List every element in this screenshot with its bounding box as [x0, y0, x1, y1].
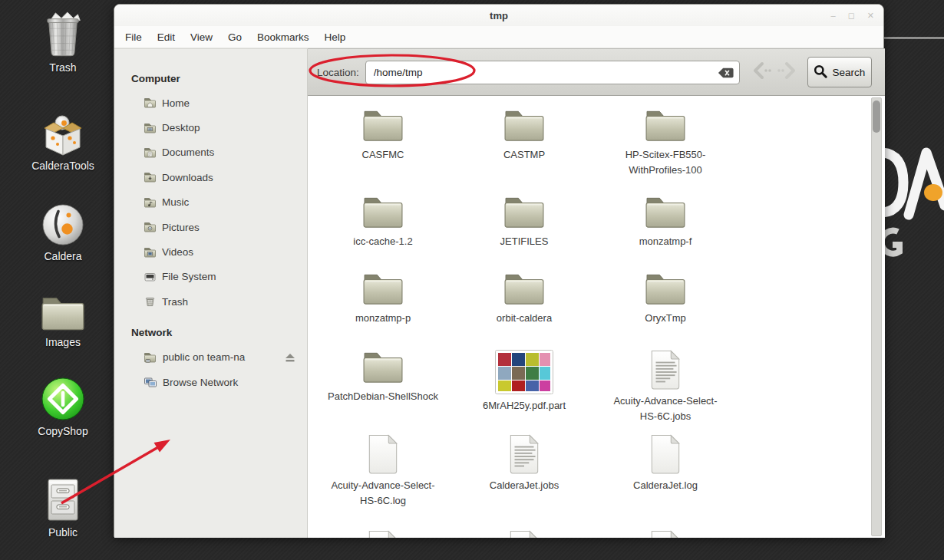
location-input[interactable]	[365, 61, 740, 84]
file-6mrah25y-pdf-part[interactable]: 6MrAH25y.pdf.part	[483, 350, 566, 413]
menu-view[interactable]: View	[183, 31, 220, 43]
folder-icon	[361, 108, 405, 143]
sidebar-item-music[interactable]: Music	[114, 190, 307, 215]
sidebar-item-trash[interactable]: Trash	[114, 289, 307, 314]
magnifier-icon	[814, 64, 827, 78]
menu-file[interactable]: File	[117, 31, 150, 43]
eject-icon[interactable]	[284, 352, 296, 363]
search-button-label: Search	[832, 67, 865, 78]
scrollbar-thumb[interactable]	[873, 100, 880, 133]
pictures-folder-icon	[144, 221, 157, 233]
sidebar-item-downloads[interactable]: Downloads	[114, 165, 307, 189]
folder-icon	[643, 195, 688, 230]
file-label: CalderaJet.jobs	[490, 478, 559, 493]
desktop-icon-trash[interactable]: Trash	[6, 9, 120, 74]
window-body: Computer Home Desktop Documents Download…	[114, 48, 883, 538]
forward-icon[interactable]	[775, 59, 800, 82]
sidebar-item-label: Trash	[162, 296, 188, 308]
desktop-icon-public[interactable]: Public	[6, 474, 120, 539]
clear-entry-icon[interactable]	[718, 67, 734, 79]
desktop-icon-label: Trash	[49, 61, 76, 74]
file-item-partial[interactable]	[508, 530, 540, 538]
desktop-icon-label: CopyShop	[38, 425, 87, 437]
sidebar-item-label: Desktop	[162, 122, 200, 133]
folder-icon	[361, 195, 405, 230]
file-casfmc[interactable]: CASFMC	[361, 108, 405, 163]
image-thumbnail-icon	[495, 350, 553, 394]
desktop-icon-copyshop[interactable]: CopyShop	[6, 373, 120, 437]
sidebar-item-browse-network[interactable]: Browse Network	[114, 370, 307, 394]
desktop-icon-column: Trash CalderaTools Caldera Images CopySh…	[6, 0, 120, 560]
titlebar[interactable]: tmp – ◻ ✕	[114, 5, 883, 26]
copyshop-orb-icon	[40, 376, 86, 422]
menu-bookmarks[interactable]: Bookmarks	[249, 31, 317, 43]
file-item-partial[interactable]	[649, 530, 682, 538]
desktop-icon-label: Public	[48, 526, 78, 539]
file-castmp[interactable]: CASTMP	[502, 108, 546, 163]
file-item-partial[interactable]	[367, 530, 399, 538]
desktop-icon-caldera[interactable]: Caldera	[6, 198, 120, 262]
file-icc-cache-1-2[interactable]: icc-cache-1.2	[353, 195, 412, 249]
location-label: Location:	[317, 67, 359, 78]
document-icon	[649, 530, 682, 538]
sidebar-item-public-on-team-na[interactable]: public on team-na	[114, 345, 307, 370]
sidebar-item-label: Music	[162, 196, 189, 208]
file-label: Acuity-Advance-Select-HS-6C.log	[325, 478, 441, 508]
document-text-icon	[649, 350, 682, 390]
folder-icon	[643, 272, 688, 307]
desktop-folder-icon	[144, 122, 157, 134]
sidebar-item-file-system[interactable]: File System	[114, 265, 307, 289]
desktop-icon-calderatools[interactable]: CalderaTools	[6, 107, 120, 172]
sidebar-item-pictures[interactable]: Pictures	[114, 215, 307, 239]
vertical-scrollbar[interactable]	[871, 97, 882, 536]
file-orbit-caldera[interactable]: orbit-caldera	[497, 272, 552, 326]
maximize-button[interactable]: ◻	[848, 12, 855, 20]
file-hp-scitex-fb550-withprofiles-100[interactable]: HP-Scitex-FB550-WithProfiles-100	[608, 108, 723, 177]
file-oryxtmp[interactable]: OryxTmp	[643, 272, 688, 326]
file-acuity-advance-select-hs-6c-jobs[interactable]: Acuity-Advance-Select-HS-6C.jobs	[608, 350, 723, 423]
sidebar-item-documents[interactable]: Documents	[114, 140, 307, 165]
file-label: JETIFILES	[500, 234, 549, 249]
file-pane[interactable]: CASFMC CASTMP HP-Scitex-FB550-WithProfil…	[308, 96, 885, 538]
downloads-folder-icon	[144, 171, 157, 183]
search-button[interactable]: Search	[807, 57, 872, 87]
navigation-buttons	[749, 59, 800, 85]
sidebar-item-label: Downloads	[162, 172, 213, 183]
documents-folder-icon	[144, 147, 157, 159]
file-monzatmp-f[interactable]: monzatmp-f	[639, 195, 692, 249]
desktop-icon-images[interactable]: Images	[6, 284, 120, 348]
file-calderajet-jobs[interactable]: CalderaJet.jobs	[490, 434, 559, 493]
file-acuity-advance-select-hs-6c-log[interactable]: Acuity-Advance-Select-HS-6C.log	[325, 434, 441, 508]
sidebar-item-label: Videos	[162, 246, 193, 258]
file-grid: CASFMC CASTMP HP-Scitex-FB550-WithProfil…	[312, 108, 736, 538]
location-field	[365, 61, 740, 84]
menu-edit[interactable]: Edit	[150, 31, 183, 43]
close-button[interactable]: ✕	[867, 12, 874, 20]
sidebar-item-desktop[interactable]: Desktop	[114, 115, 307, 140]
forward-button[interactable]	[775, 59, 800, 85]
file-label: OryxTmp	[645, 311, 685, 326]
desktop-icon-label: CalderaTools	[31, 160, 94, 172]
file-monzatmp-p[interactable]: monzatmp-p	[355, 272, 411, 326]
caldera-orb-icon	[41, 203, 85, 247]
sidebar-item-label: Browse Network	[163, 377, 238, 388]
file-calderajet-log[interactable]: CalderaJet.log	[633, 434, 698, 493]
sidebar-item-label: File System	[162, 271, 216, 282]
file-label: CalderaJet.log	[633, 478, 698, 493]
sidebar-item-home[interactable]: Home	[114, 91, 307, 115]
document-icon	[367, 530, 399, 538]
file-label: icc-cache-1.2	[353, 234, 412, 249]
sidebar-item-videos[interactable]: Videos	[114, 239, 307, 264]
file-patchdebian-shellshock[interactable]: PatchDebian-ShellShock	[328, 350, 438, 404]
back-icon[interactable]	[749, 59, 774, 82]
back-button[interactable]	[749, 59, 774, 85]
file-label: CASTMP	[503, 147, 545, 163]
sidebar-item-label: Home	[162, 97, 190, 109]
menu-go[interactable]: Go	[220, 31, 249, 43]
file-jetifiles[interactable]: JETIFILES	[500, 195, 549, 249]
minimize-button[interactable]: –	[831, 12, 836, 20]
shared-folder-icon	[144, 351, 157, 364]
wallpaper-letter-a	[909, 153, 944, 215]
menu-help[interactable]: Help	[317, 31, 354, 43]
desktop-icon-label: Caldera	[44, 250, 81, 262]
